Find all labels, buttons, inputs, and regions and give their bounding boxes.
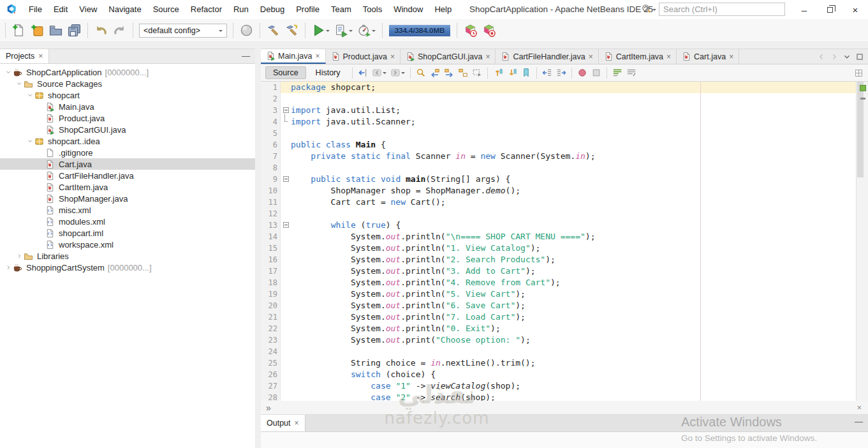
config-select[interactable]: <default config> [139,24,227,38]
shift-left-button[interactable] [541,66,554,79]
collapse-icon[interactable] [4,69,13,76]
profiler-run-button[interactable] [462,22,479,38]
expand-icon[interactable] [15,253,24,260]
line-number[interactable]: 4 [261,116,281,128]
menu-navigate[interactable]: Navigate [103,0,147,19]
line-number[interactable]: 20 [261,300,281,311]
restore-button[interactable] [817,0,842,19]
tree-item-shopcart[interactable]: shopcart [0,89,255,101]
tree-item-misc-xml[interactable]: misc.xml [0,204,255,216]
code-line[interactable]: 14 System.out.println("\n==== SHOP CART … [261,231,868,243]
editor-tab-cart-java[interactable]: Cart.java× [677,49,739,64]
new-file-button[interactable] [10,22,27,38]
close-icon[interactable]: × [38,52,43,61]
code-line[interactable]: 13 while (true) { [261,220,868,231]
menu-run[interactable]: Run [228,0,254,19]
line-number[interactable]: 18 [261,277,281,288]
collapse-icon[interactable] [26,138,34,145]
tree-item-source-packages[interactable]: Source Packages [0,78,255,89]
code-line[interactable]: 27 case "1" -> viewCatalog(shop); [261,380,868,392]
last-edit-button[interactable] [357,66,369,79]
line-number[interactable]: 27 [261,380,281,392]
find-next-button[interactable] [443,66,455,79]
tree-item-workspace-xml[interactable]: workspace.xml [0,239,255,250]
undo-button[interactable] [92,22,110,38]
line-number[interactable]: 25 [261,357,281,369]
line-number[interactable]: 1 [261,82,281,93]
code-line[interactable]: 16 System.out.println("2. Search Product… [261,254,868,265]
menu-window[interactable]: Window [388,0,429,19]
shift-right-button[interactable] [555,66,568,79]
back-button[interactable] [371,66,388,79]
code-line[interactable]: 10 ShopManager shop = ShopManager.demo()… [261,185,868,197]
projects-tab[interactable]: Projects × [0,49,49,63]
fold-marker[interactable] [281,174,291,185]
run-button[interactable] [310,22,332,38]
line-number[interactable]: 16 [261,254,281,265]
code-line[interactable]: 22 System.out.println("0. Exit"); [261,323,868,334]
new-project-button[interactable] [29,22,46,38]
save-all-button[interactable] [66,22,83,38]
menu-source[interactable]: Source [147,0,185,19]
code-line[interactable]: 20 System.out.println("6. Save Cart"); [261,300,868,311]
search-input[interactable] [659,3,785,16]
scroll-tabs-left-icon[interactable] [817,52,826,61]
line-number[interactable]: 7 [261,151,281,162]
tree-item-shoppingcartsystem[interactable]: ShoppingCartSystem[0000000...] [0,262,255,273]
code-line[interactable]: 21 System.out.println("7. Load Cart"); [261,311,868,323]
fold-marker[interactable] [281,116,291,128]
line-number[interactable]: 9 [261,174,281,185]
code-line[interactable]: 6public class Main { [261,139,868,151]
code-line[interactable]: 28 case "2" -> search(shop); [261,392,868,401]
code-line[interactable]: 15 System.out.println("1. View Catalog")… [261,243,868,254]
tree-item-shopcart-idea[interactable]: shopcart..idea [0,135,255,147]
code-editor[interactable]: 1package shopcart;23import java.util.Lis… [261,82,868,401]
collapse-icon[interactable] [15,80,24,87]
line-number[interactable]: 5 [261,128,281,139]
tree-item-shopmanager-java[interactable]: ShopManager.java [0,193,255,204]
scroll-tabs-right-icon[interactable] [830,52,839,61]
editor-scrollbar[interactable] [856,82,868,401]
redo-button[interactable] [111,22,128,38]
line-number[interactable]: 21 [261,311,281,323]
code-line[interactable]: 4import java.util.Scanner; [261,116,868,128]
line-number[interactable]: 10 [261,185,281,197]
code-line[interactable]: 3import java.util.List; [261,105,868,116]
close-icon[interactable]: × [666,52,671,61]
menu-tools[interactable]: Tools [357,0,388,19]
line-number[interactable]: 19 [261,288,281,300]
code-line[interactable]: 2 [261,93,868,105]
code-line[interactable]: 12 [261,208,868,220]
code-line[interactable]: 9 public static void main(String[] args)… [261,174,868,185]
tree-item-modules-xml[interactable]: modules.xml [0,216,255,227]
code-line[interactable]: 23 System.out.print("Choose option: "); [261,334,868,346]
line-number[interactable]: 14 [261,231,281,243]
minimize-output-button[interactable]: — [855,415,863,429]
menu-profile[interactable]: Profile [290,0,325,19]
profiler-stop-button[interactable] [480,22,497,38]
code-line[interactable]: 17 System.out.println("3. Add to Cart"); [261,265,868,277]
expand-icon[interactable] [4,264,13,271]
line-number[interactable]: 28 [261,392,281,401]
tree-item--gitignore[interactable]: .gitignore [0,147,255,158]
menu-view[interactable]: View [73,0,103,19]
close-icon[interactable]: × [316,52,320,61]
code-line[interactable]: 19 System.out.println("5. View Cart"); [261,288,868,300]
code-line[interactable]: 1package shopcart; [261,82,868,93]
rect-select-button[interactable] [471,66,483,79]
line-number[interactable]: 3 [261,105,281,116]
editor-tab-cartitem-java[interactable]: CartItem.java× [599,49,677,64]
line-number[interactable]: 15 [261,243,281,254]
source-view-button[interactable]: Source [265,66,306,79]
breakpoint-button[interactable] [576,66,589,79]
search-dropdown-icon[interactable] [652,9,656,13]
editor-tab-shopcartgui-java[interactable]: ShopCartGUI.java× [401,49,496,64]
menu-edit[interactable]: Edit [48,0,73,19]
code-line[interactable]: 8 [261,162,868,174]
tree-item-cart-java[interactable]: Cart.java [0,158,255,170]
collapse-icon[interactable] [26,92,34,99]
line-number[interactable]: 2 [261,93,281,105]
output-tab[interactable]: Output × [261,415,305,431]
close-icon[interactable]: × [857,403,862,412]
menu-refactor[interactable]: Refactor [185,0,228,19]
